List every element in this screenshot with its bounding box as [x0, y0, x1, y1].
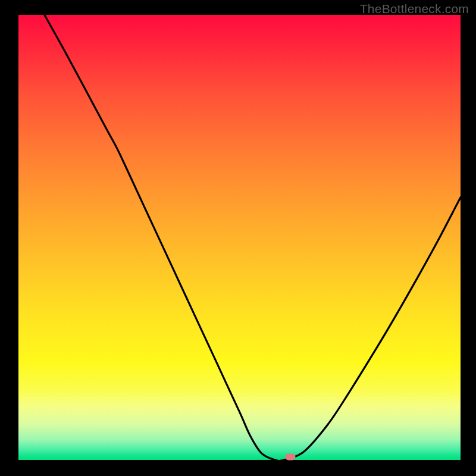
watermark-text: TheBottleneck.com	[360, 2, 469, 16]
plot-area	[18, 15, 461, 460]
bottleneck-curve-path	[45, 15, 461, 460]
bottleneck-curve	[18, 15, 461, 460]
chart-frame: TheBottleneck.com	[0, 0, 476, 476]
optimum-marker	[285, 453, 295, 460]
